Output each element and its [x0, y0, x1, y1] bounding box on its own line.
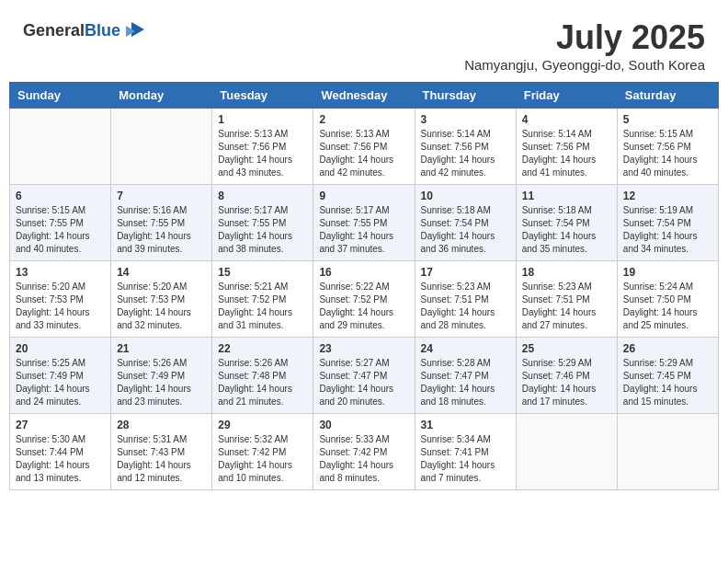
calendar-day-cell: 19Sunrise: 5:24 AMSunset: 7:50 PMDayligh…	[617, 261, 718, 338]
day-number: 30	[319, 419, 408, 431]
day-number: 17	[421, 266, 510, 279]
day-info: Sunrise: 5:23 AMSunset: 7:51 PMDaylight:…	[522, 281, 611, 332]
calendar-table: SundayMondayTuesdayWednesdayThursdayFrid…	[9, 82, 719, 490]
day-info: Sunrise: 5:16 AMSunset: 7:55 PMDaylight:…	[117, 204, 206, 256]
svg-marker-0	[131, 22, 144, 37]
location-subtitle: Namyangju, Gyeonggi-do, South Korea	[464, 57, 705, 73]
day-info: Sunrise: 5:14 AMSunset: 7:56 PMDaylight:…	[421, 128, 510, 179]
weekday-header-row: SundayMondayTuesdayWednesdayThursdayFrid…	[10, 83, 719, 109]
day-number: 11	[522, 190, 611, 202]
calendar-day-cell: 11Sunrise: 5:18 AMSunset: 7:54 PMDayligh…	[516, 185, 617, 261]
day-info: Sunrise: 5:30 AMSunset: 7:44 PMDaylight:…	[16, 433, 105, 485]
logo-general-text: General	[23, 21, 85, 40]
day-number: 3	[421, 113, 510, 126]
day-number: 21	[117, 342, 206, 355]
day-info: Sunrise: 5:18 AMSunset: 7:54 PMDaylight:…	[522, 204, 611, 256]
day-info: Sunrise: 5:29 AMSunset: 7:45 PMDaylight:…	[623, 357, 712, 408]
day-number: 15	[218, 266, 307, 279]
calendar-day-cell	[10, 109, 111, 185]
day-number: 26	[623, 342, 712, 355]
page-header: GeneralBlue July 2025 Namyangju, Gyeongg…	[9, 9, 719, 77]
calendar-day-cell: 27Sunrise: 5:30 AMSunset: 7:44 PMDayligh…	[10, 414, 111, 490]
day-number: 20	[16, 342, 105, 355]
calendar-week-row: 20Sunrise: 5:25 AMSunset: 7:49 PMDayligh…	[10, 338, 719, 414]
weekday-header-saturday: Saturday	[617, 83, 718, 109]
day-number: 22	[218, 342, 307, 355]
weekday-header-monday: Monday	[111, 83, 212, 109]
calendar-day-cell	[617, 414, 718, 490]
day-info: Sunrise: 5:21 AMSunset: 7:52 PMDaylight:…	[218, 281, 307, 332]
calendar-day-cell: 14Sunrise: 5:20 AMSunset: 7:53 PMDayligh…	[111, 261, 212, 338]
weekday-header-wednesday: Wednesday	[313, 83, 415, 109]
day-info: Sunrise: 5:20 AMSunset: 7:53 PMDaylight:…	[16, 281, 105, 332]
day-info: Sunrise: 5:22 AMSunset: 7:52 PMDaylight:…	[319, 281, 408, 332]
logo-icon	[122, 18, 148, 44]
calendar-day-cell: 20Sunrise: 5:25 AMSunset: 7:49 PMDayligh…	[10, 338, 111, 414]
day-number: 29	[218, 419, 307, 431]
day-info: Sunrise: 5:15 AMSunset: 7:55 PMDaylight:…	[16, 204, 105, 256]
day-info: Sunrise: 5:18 AMSunset: 7:54 PMDaylight:…	[421, 204, 510, 256]
calendar-day-cell: 13Sunrise: 5:20 AMSunset: 7:53 PMDayligh…	[10, 261, 111, 338]
calendar-day-cell: 1Sunrise: 5:13 AMSunset: 7:56 PMDaylight…	[212, 109, 313, 185]
day-number: 7	[117, 190, 206, 202]
day-info: Sunrise: 5:32 AMSunset: 7:42 PMDaylight:…	[218, 433, 307, 485]
day-number: 9	[319, 190, 408, 202]
day-info: Sunrise: 5:17 AMSunset: 7:55 PMDaylight:…	[218, 204, 307, 256]
day-number: 27	[16, 419, 105, 431]
weekday-header-tuesday: Tuesday	[212, 83, 313, 109]
calendar-week-row: 27Sunrise: 5:30 AMSunset: 7:44 PMDayligh…	[10, 414, 719, 490]
calendar-day-cell: 18Sunrise: 5:23 AMSunset: 7:51 PMDayligh…	[516, 261, 617, 338]
weekday-header-sunday: Sunday	[10, 83, 111, 109]
title-block: July 2025 Namyangju, Gyeonggi-do, South …	[464, 18, 705, 73]
calendar-day-cell: 8Sunrise: 5:17 AMSunset: 7:55 PMDaylight…	[212, 185, 313, 261]
weekday-header-thursday: Thursday	[415, 83, 516, 109]
calendar-day-cell: 30Sunrise: 5:33 AMSunset: 7:42 PMDayligh…	[313, 414, 415, 490]
logo: GeneralBlue	[23, 18, 148, 44]
calendar-day-cell: 25Sunrise: 5:29 AMSunset: 7:46 PMDayligh…	[516, 338, 617, 414]
logo-blue-text: Blue	[85, 21, 120, 40]
calendar-day-cell: 31Sunrise: 5:34 AMSunset: 7:41 PMDayligh…	[415, 414, 516, 490]
calendar-day-cell: 6Sunrise: 5:15 AMSunset: 7:55 PMDaylight…	[10, 185, 111, 261]
day-number: 10	[421, 190, 510, 202]
calendar-day-cell	[111, 109, 212, 185]
day-info: Sunrise: 5:31 AMSunset: 7:43 PMDaylight:…	[117, 433, 206, 485]
day-number: 19	[623, 266, 712, 279]
day-info: Sunrise: 5:23 AMSunset: 7:51 PMDaylight:…	[421, 281, 510, 332]
day-info: Sunrise: 5:26 AMSunset: 7:48 PMDaylight:…	[218, 357, 307, 408]
day-number: 14	[117, 266, 206, 279]
day-info: Sunrise: 5:13 AMSunset: 7:56 PMDaylight:…	[218, 128, 307, 179]
day-number: 24	[421, 342, 510, 355]
day-info: Sunrise: 5:29 AMSunset: 7:46 PMDaylight:…	[522, 357, 611, 408]
calendar-day-cell: 16Sunrise: 5:22 AMSunset: 7:52 PMDayligh…	[313, 261, 415, 338]
day-number: 2	[319, 113, 408, 126]
day-info: Sunrise: 5:24 AMSunset: 7:50 PMDaylight:…	[623, 281, 712, 332]
day-number: 31	[421, 419, 510, 431]
day-number: 8	[218, 190, 307, 202]
day-number: 12	[623, 190, 712, 202]
calendar-day-cell: 24Sunrise: 5:28 AMSunset: 7:47 PMDayligh…	[415, 338, 516, 414]
calendar-day-cell: 23Sunrise: 5:27 AMSunset: 7:47 PMDayligh…	[313, 338, 415, 414]
calendar-week-row: 6Sunrise: 5:15 AMSunset: 7:55 PMDaylight…	[10, 185, 719, 261]
day-number: 4	[522, 113, 611, 126]
calendar-day-cell: 7Sunrise: 5:16 AMSunset: 7:55 PMDaylight…	[111, 185, 212, 261]
calendar-day-cell: 12Sunrise: 5:19 AMSunset: 7:54 PMDayligh…	[617, 185, 718, 261]
calendar-day-cell: 21Sunrise: 5:26 AMSunset: 7:49 PMDayligh…	[111, 338, 212, 414]
day-number: 23	[319, 342, 408, 355]
calendar-day-cell: 4Sunrise: 5:14 AMSunset: 7:56 PMDaylight…	[516, 109, 617, 185]
day-info: Sunrise: 5:27 AMSunset: 7:47 PMDaylight:…	[319, 357, 408, 408]
calendar-week-row: 13Sunrise: 5:20 AMSunset: 7:53 PMDayligh…	[10, 261, 719, 338]
calendar-day-cell: 29Sunrise: 5:32 AMSunset: 7:42 PMDayligh…	[212, 414, 313, 490]
day-number: 25	[522, 342, 611, 355]
day-info: Sunrise: 5:13 AMSunset: 7:56 PMDaylight:…	[319, 128, 408, 179]
day-number: 18	[522, 266, 611, 279]
calendar-day-cell: 3Sunrise: 5:14 AMSunset: 7:56 PMDaylight…	[415, 109, 516, 185]
weekday-header-friday: Friday	[516, 83, 617, 109]
calendar-day-cell: 5Sunrise: 5:15 AMSunset: 7:56 PMDaylight…	[617, 109, 718, 185]
day-number: 13	[16, 266, 105, 279]
day-info: Sunrise: 5:26 AMSunset: 7:49 PMDaylight:…	[117, 357, 206, 408]
calendar-day-cell: 15Sunrise: 5:21 AMSunset: 7:52 PMDayligh…	[212, 261, 313, 338]
day-number: 5	[623, 113, 712, 126]
calendar-day-cell: 17Sunrise: 5:23 AMSunset: 7:51 PMDayligh…	[415, 261, 516, 338]
day-number: 28	[117, 419, 206, 431]
day-info: Sunrise: 5:28 AMSunset: 7:47 PMDaylight:…	[421, 357, 510, 408]
